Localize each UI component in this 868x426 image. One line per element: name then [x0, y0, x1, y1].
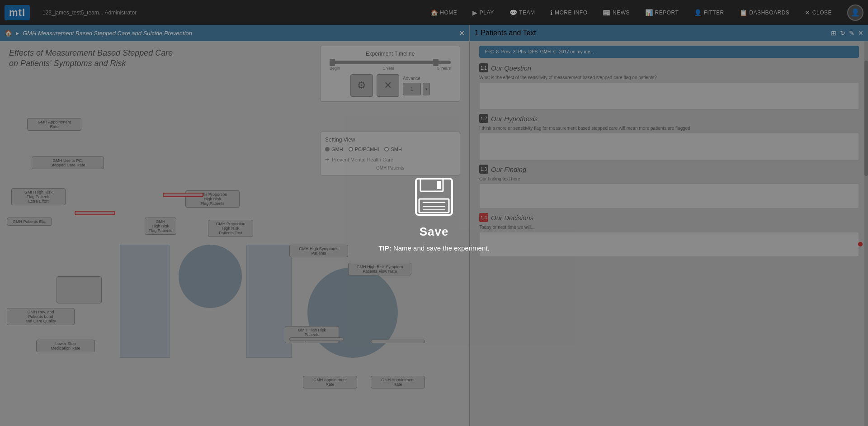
- save-tip-text: Name and save the experiment.: [393, 244, 490, 252]
- save-label: Save: [420, 225, 449, 239]
- save-tip-prefix: TIP:: [378, 244, 391, 252]
- save-floppy-icon: [414, 176, 454, 217]
- save-modal: Save TIP: Name and save the experiment.: [378, 174, 489, 252]
- save-overlay: Save TIP: Name and save the experiment.: [0, 0, 868, 426]
- save-tip: TIP: Name and save the experiment.: [378, 244, 489, 252]
- svg-rect-2: [437, 181, 441, 189]
- save-icon-wrap: [411, 174, 457, 219]
